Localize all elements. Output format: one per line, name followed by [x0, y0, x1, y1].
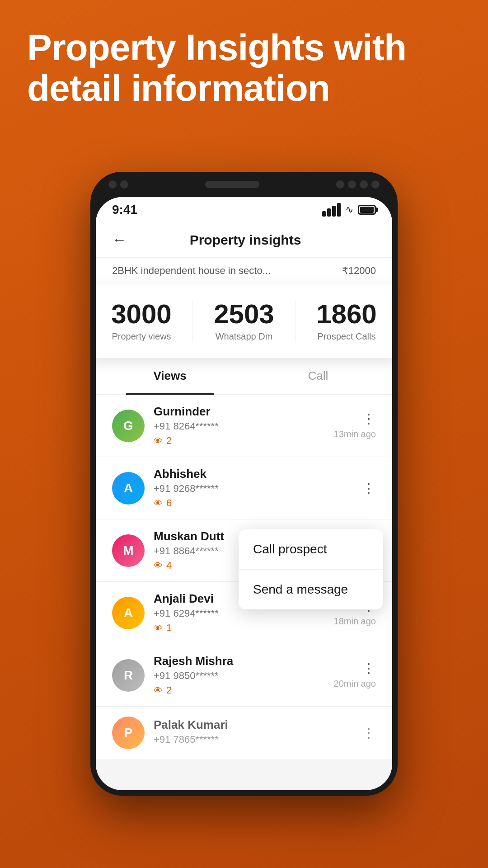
list-item[interactable]: A Abhishek +91 9268****** 👁 6: [96, 457, 392, 519]
avatar: R: [112, 659, 145, 692]
contact-list: G Gurninder +91 8264****** 👁 2: [96, 395, 392, 760]
headline: Property Insights with detail informatio…: [0, 0, 488, 108]
stat-property-views: 3000 Property views: [96, 301, 192, 342]
views-count: 4: [166, 560, 172, 571]
property-name: 2BHK independent house in secto...: [112, 265, 271, 277]
property-price: ₹12000: [342, 265, 376, 277]
avatar-letter: R: [124, 668, 133, 683]
contact-views: 👁 2: [154, 684, 334, 696]
stat-value-calls: 1860: [296, 301, 392, 328]
contact-views: 👁 6: [154, 497, 362, 509]
more-options-button[interactable]: ⋮: [362, 412, 376, 425]
contact-info: Palak Kumari +91 7865******: [154, 718, 362, 748]
screen-content: 9:41 ∿ ← Property insights: [96, 197, 392, 790]
contact-name: Palak Kumari: [154, 718, 362, 732]
stat-prospect-calls: 1860 Prospect Calls: [295, 301, 392, 342]
views-count: 1: [166, 622, 172, 634]
eye-icon: 👁: [154, 561, 163, 571]
avatar-letter: G: [123, 419, 133, 433]
contact-phone: +91 8264******: [154, 420, 334, 432]
views-count: 6: [166, 497, 172, 509]
wifi-icon: ∿: [345, 204, 353, 216]
contact-name: Gurninder: [154, 405, 334, 419]
property-subtitle: 2BHK independent house in secto... ₹1200…: [96, 258, 392, 284]
camera-dot-3: [336, 180, 344, 189]
battery-icon: [358, 205, 376, 215]
views-count: 2: [166, 684, 172, 696]
contact-views: 👁 1: [154, 622, 334, 634]
avatar-letter: P: [124, 726, 133, 740]
tab-views[interactable]: Views: [96, 358, 244, 394]
list-item[interactable]: P Palak Kumari +91 7865****** ⋮: [96, 707, 392, 760]
contact-meta: ⋮ 13min ago: [334, 412, 376, 439]
avatar-letter: A: [124, 481, 133, 495]
stat-label-calls: Prospect Calls: [296, 331, 392, 342]
stat-value-views: 3000: [96, 301, 192, 328]
more-options-button[interactable]: ⋮: [362, 661, 376, 675]
contact-info: Gurninder +91 8264****** 👁 2: [154, 405, 334, 447]
avatar: A: [112, 472, 145, 505]
contact-list-area: G Gurninder +91 8264****** 👁 2: [96, 395, 392, 790]
tab-call-label: Call: [308, 369, 328, 382]
list-item[interactable]: R Rajesh Mishra +91 9850****** 👁 2: [96, 644, 392, 707]
phone-mockup: 9:41 ∿ ← Property insights: [90, 172, 398, 796]
eye-icon: 👁: [154, 498, 163, 509]
camera-dot-6: [371, 180, 380, 189]
contact-meta: ⋮ 20min ago: [334, 661, 376, 689]
avatar-letter: M: [123, 543, 133, 558]
stat-label-views: Property views: [96, 331, 192, 342]
contact-meta: ⋮: [362, 481, 376, 495]
avatar: P: [112, 717, 145, 749]
stats-card: 3000 Property views 2503 Whatsapp Dm 186…: [96, 284, 392, 358]
contact-info: Rajesh Mishra +91 9850****** 👁 2: [154, 654, 334, 696]
phone-shell: 9:41 ∿ ← Property insights: [90, 172, 398, 796]
stat-value-dm: 2503: [193, 301, 295, 328]
phone-screen: 9:41 ∿ ← Property insights: [96, 197, 392, 790]
eye-icon: 👁: [154, 685, 163, 696]
call-prospect-button[interactable]: Call prospect: [239, 529, 383, 570]
status-time: 9:41: [112, 203, 137, 217]
status-icons: ∿: [322, 203, 376, 217]
contact-phone: +91 7865******: [154, 734, 362, 745]
signal-icon: [322, 203, 341, 217]
headline-line1: Property Insights with: [27, 27, 406, 68]
phone-top-bar: [90, 172, 398, 197]
headline-line2: detail information: [27, 67, 330, 108]
more-options-button[interactable]: ⋮: [362, 726, 376, 740]
send-message-button[interactable]: Send a message: [239, 570, 383, 609]
camera-dot-5: [360, 180, 368, 189]
app-header: ← Property insights: [96, 222, 392, 258]
stat-label-dm: Whatsapp Dm: [193, 331, 295, 342]
contact-name: Rajesh Mishra: [154, 654, 334, 668]
avatar-letter: A: [124, 606, 133, 620]
tab-call[interactable]: Call: [244, 358, 392, 394]
avatar: M: [112, 534, 145, 567]
list-item[interactable]: G Gurninder +91 8264****** 👁 2: [96, 395, 392, 457]
time-ago: 13min ago: [334, 429, 376, 439]
contact-info: Abhishek +91 9268****** 👁 6: [154, 467, 362, 509]
camera-right: [336, 180, 380, 189]
contact-meta: ⋮: [362, 726, 376, 740]
stat-whatsapp-dm: 2503 Whatsapp Dm: [192, 301, 295, 342]
time-ago: 18min ago: [334, 616, 376, 627]
context-menu: Call prospect Send a message: [239, 529, 383, 609]
more-options-button[interactable]: ⋮: [362, 481, 376, 495]
avatar: A: [112, 597, 145, 629]
back-button[interactable]: ←: [112, 231, 127, 248]
eye-icon: 👁: [154, 436, 163, 446]
contact-name: Abhishek: [154, 467, 362, 481]
camera-left: [108, 180, 128, 189]
contact-phone: +91 9850******: [154, 670, 334, 682]
camera-dot-1: [108, 180, 117, 189]
camera-dot-4: [348, 180, 356, 189]
speaker: [205, 181, 259, 188]
tab-views-label: Views: [153, 369, 186, 382]
camera-dot-2: [120, 180, 128, 189]
contact-views: 👁 2: [154, 435, 334, 447]
contact-phone: +91 9268******: [154, 483, 362, 495]
status-bar: 9:41 ∿: [96, 197, 392, 222]
eye-icon: 👁: [154, 623, 163, 633]
time-ago: 20min ago: [334, 679, 376, 689]
views-count: 2: [166, 435, 172, 447]
avatar: G: [112, 410, 145, 442]
